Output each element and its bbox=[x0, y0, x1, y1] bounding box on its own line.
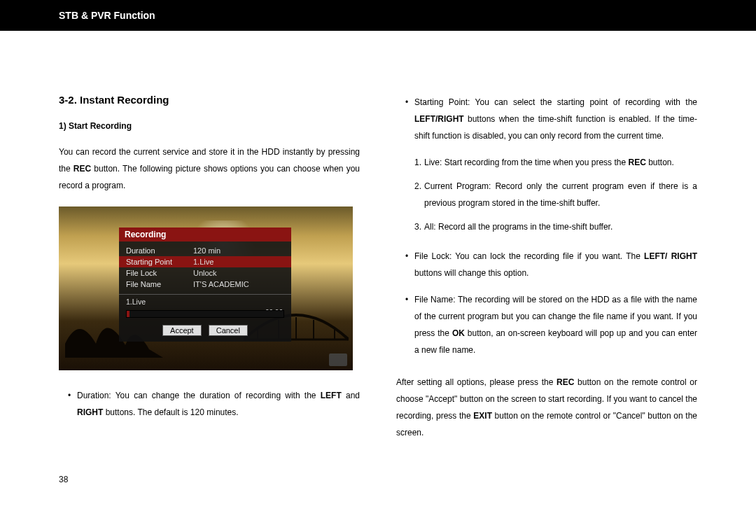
osd-progress-bar[interactable] bbox=[126, 310, 284, 318]
osd-row-starting-point[interactable]: Starting Point 1.Live bbox=[119, 256, 291, 267]
num-3: 3. bbox=[414, 218, 421, 235]
right-column: Starting Point: You can select the start… bbox=[396, 94, 697, 454]
recording-screenshot: Recording Duration 120 min Starting Poin… bbox=[59, 206, 353, 370]
osd-value: 120 min bbox=[193, 246, 220, 255]
duration-left-bold: LEFT bbox=[321, 391, 342, 400]
duration-right-bold: RIGHT bbox=[77, 407, 103, 417]
numbered-current-program: 2. Current Program: Record only the curr… bbox=[396, 178, 697, 211]
num-2: 2. bbox=[414, 178, 421, 195]
bullet-file-name: File Name: The recording will be stored … bbox=[396, 291, 697, 358]
osd-value: IT'S ACADEMIC bbox=[193, 280, 249, 288]
osd-label: Starting Point bbox=[126, 258, 193, 266]
duration-post: buttons. The default is 120 minutes. bbox=[103, 407, 238, 417]
osd-progress-wrap: 00:06 bbox=[119, 310, 291, 318]
bullet-starting-point: Starting Point: You can select the start… bbox=[396, 94, 697, 144]
section-title: 3-2. Instant Recording bbox=[59, 94, 360, 106]
numbered-all: 3. All: Record all the programs in the t… bbox=[396, 218, 697, 235]
sp-pre: Starting Point: You can select the start… bbox=[414, 97, 697, 107]
page-number: 38 bbox=[0, 475, 756, 484]
osd-label: File Lock bbox=[126, 269, 193, 277]
intro-rec-bold: REC bbox=[74, 164, 91, 174]
osd-value: Unlock bbox=[193, 269, 217, 277]
intro-post: button. The following picture shows opti… bbox=[59, 164, 360, 190]
osd-progress-fill bbox=[127, 311, 130, 317]
n1-pre: Live: Start recording from the time when… bbox=[424, 158, 628, 167]
osd-label: File Name bbox=[126, 280, 193, 288]
closing-1: After setting all options, please press … bbox=[396, 377, 556, 387]
num-1: 1. bbox=[414, 154, 421, 171]
osd-body: Duration 120 min Starting Point 1.Live F… bbox=[119, 241, 291, 342]
bullet-file-lock: File Lock: You can lock the recording fi… bbox=[396, 248, 697, 281]
numbered-live: 1. Live: Start recording from the time w… bbox=[396, 154, 697, 171]
intro-paragraph: You can record the current service and s… bbox=[59, 144, 360, 194]
sp-bold: LEFT/RIGHT bbox=[414, 114, 464, 124]
cancel-button[interactable]: Cancel bbox=[209, 325, 248, 336]
fl-bold: LEFT/ RIGHT bbox=[644, 251, 697, 261]
n3-text: All: Record all the programs in the time… bbox=[424, 222, 612, 232]
closing-exit-bold: EXIT bbox=[473, 411, 492, 421]
osd-button-row: Accept Cancel bbox=[126, 325, 284, 336]
accept-button[interactable]: Accept bbox=[162, 325, 202, 336]
duration-pre: Duration: You can change the duration of… bbox=[77, 391, 321, 400]
osd-value: 1.Live bbox=[193, 258, 214, 266]
osd-row-duration[interactable]: Duration 120 min bbox=[126, 245, 284, 256]
duration-mid: and bbox=[342, 391, 360, 400]
osd-status-line: 1.Live bbox=[119, 294, 291, 306]
sub-title-start-recording: 1) Start Recording bbox=[59, 121, 360, 131]
n2-text: Current Program: Record only the current… bbox=[424, 181, 697, 208]
osd-label: Duration bbox=[126, 246, 193, 255]
n1-rec-bold: REC bbox=[628, 158, 645, 167]
fl-pre: File Lock: You can lock the recording fi… bbox=[414, 251, 644, 261]
bullet-duration: Duration: You can change the duration of… bbox=[59, 387, 360, 421]
fl-post: buttons will change this option. bbox=[414, 268, 528, 278]
osd-row-file-name[interactable]: File Name IT'S ACADEMIC bbox=[126, 279, 284, 290]
page-body: 3-2. Instant Recording 1) Start Recordin… bbox=[0, 31, 756, 475]
left-column: 3-2. Instant Recording 1) Start Recordin… bbox=[59, 94, 360, 454]
channel-watermark bbox=[329, 354, 347, 366]
n1-post: button. bbox=[646, 158, 674, 167]
closing-paragraph: After setting all options, please press … bbox=[396, 374, 697, 441]
osd-row-file-lock[interactable]: File Lock Unlock bbox=[126, 267, 284, 279]
fn-ok-bold: OK bbox=[452, 328, 465, 338]
header-title: STB & PVR Function bbox=[59, 10, 155, 21]
header-bar: STB & PVR Function bbox=[0, 0, 756, 31]
osd-title: Recording bbox=[119, 227, 291, 241]
closing-rec-bold: REC bbox=[556, 377, 574, 387]
recording-osd-dialog: Recording Duration 120 min Starting Poin… bbox=[119, 227, 291, 342]
